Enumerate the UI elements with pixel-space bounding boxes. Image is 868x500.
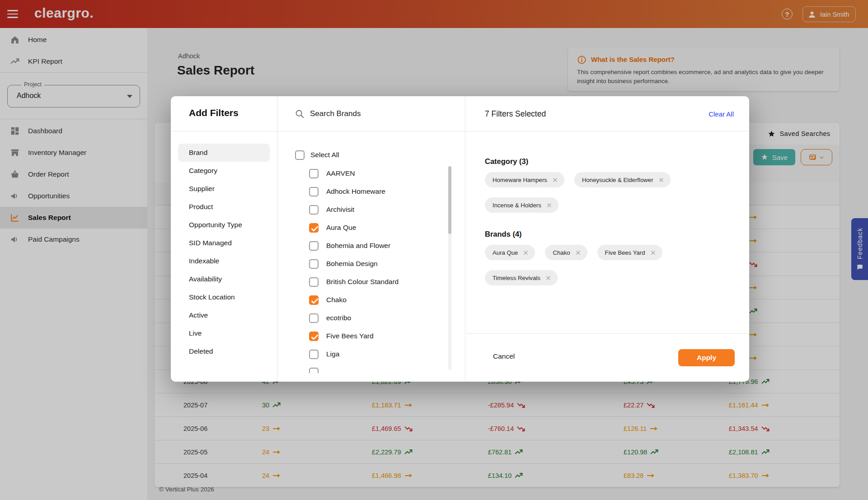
chip-label: Chako <box>553 249 570 256</box>
filter-chip-chako[interactable]: Chako <box>545 245 587 260</box>
filter-type-sid-managed[interactable]: SID Managed <box>178 234 270 252</box>
brand-options-column: Search Brands Select AllAARVENAdhock Hom… <box>278 96 465 382</box>
filter-type-stock-location[interactable]: Stock Location <box>178 288 270 306</box>
chip-label: Honeysuckle & Elderflower <box>582 177 653 183</box>
filter-type-availability[interactable]: Availability <box>178 270 270 288</box>
brand-option-label: AARVEN <box>326 169 355 178</box>
filter-chip-timeless-revivals[interactable]: Timeless Revivals <box>485 270 558 285</box>
search-brands-input[interactable]: Search Brands <box>310 109 361 118</box>
checkbox-unchecked[interactable] <box>295 150 305 160</box>
brand-option-label: Adhock Homeware <box>326 187 385 196</box>
cancel-button[interactable]: Cancel <box>493 352 515 360</box>
add-filters-modal: Add Filters BrandCategorySupplierProduct… <box>171 96 749 382</box>
filter-type-indexable[interactable]: Indexable <box>178 252 270 270</box>
checkbox-unchecked[interactable] <box>309 277 319 287</box>
chip-label: Five Bees Yard <box>605 249 645 256</box>
brand-option-ecotribo[interactable]: ecotribo <box>278 309 465 327</box>
app-root: cleargro. ? Iain Smith HomeKPI Report Pr… <box>0 0 868 500</box>
checkbox-unchecked[interactable] <box>309 241 319 251</box>
brand-option-chako[interactable]: Chako <box>278 291 465 309</box>
selected-group-title: Brands (4) <box>485 230 736 238</box>
scrollbar-thumb[interactable] <box>448 166 451 234</box>
brand-option-bohemia-design[interactable]: Bohemia Design <box>278 255 465 273</box>
checkbox-unchecked[interactable] <box>309 187 319 196</box>
brand-option-label: ecotribo <box>326 314 351 322</box>
filter-chip-aura-que[interactable]: Aura Que <box>485 245 535 260</box>
chip-row: Homeware HampersHoneysuckle & Elderflowe… <box>485 172 736 213</box>
chip-label: Homeware Hampers <box>493 177 547 183</box>
filter-type-active[interactable]: Active <box>178 306 270 324</box>
checkbox-checked[interactable] <box>309 295 319 305</box>
checkbox-unchecked[interactable] <box>309 205 319 215</box>
select-all-label: Select All <box>310 151 339 159</box>
brand-list-scrollbar[interactable] <box>448 166 451 370</box>
modal-title: Add Filters <box>189 107 239 118</box>
close-icon[interactable] <box>546 202 552 208</box>
chip-label: Aura Que <box>493 249 518 256</box>
brand-option-label: Archivisit <box>326 206 354 214</box>
filter-type-brand[interactable]: Brand <box>178 144 270 162</box>
chip-row: Aura QueChakoFive Bees YardTimeless Revi… <box>485 245 736 285</box>
brand-option-british-colour-standard[interactable]: British Colour Standard <box>278 273 465 291</box>
filter-type-product[interactable]: Product <box>178 198 270 216</box>
brand-option[interactable] <box>278 363 465 373</box>
filter-type-category[interactable]: Category <box>178 162 270 180</box>
checkbox-unchecked[interactable] <box>309 313 319 323</box>
brand-option-label: Chako <box>326 296 347 304</box>
filter-chip-five-bees-yard[interactable]: Five Bees Yard <box>597 245 662 260</box>
selected-filters-count: 7 Filters Selected <box>485 109 546 119</box>
brand-option-five-bees-yard[interactable]: Five Bees Yard <box>278 327 465 345</box>
filter-type-supplier[interactable]: Supplier <box>178 180 270 198</box>
filter-type-opportunity-type[interactable]: Opportunity Type <box>178 216 270 234</box>
selected-filters-column: 7 Filters Selected Clear All Category (3… <box>466 96 749 382</box>
select-all-option[interactable]: Select All <box>278 145 465 164</box>
search-icon <box>295 109 305 119</box>
brand-option-aarven[interactable]: AARVEN <box>278 164 465 182</box>
close-icon[interactable] <box>575 250 581 256</box>
brand-option-label: British Colour Standard <box>326 278 399 286</box>
filter-type-live[interactable]: Live <box>178 324 270 342</box>
modal-header-divider <box>171 131 749 131</box>
brand-option-label: Bohemia and Flower <box>326 242 390 250</box>
checkbox-unchecked[interactable] <box>309 169 319 178</box>
brand-option-adhock-homeware[interactable]: Adhock Homeware <box>278 182 465 201</box>
checkbox-checked[interactable] <box>309 223 319 233</box>
chip-label: Timeless Revivals <box>493 275 540 281</box>
checkbox-unchecked[interactable] <box>309 259 319 269</box>
brand-option-label: Aura Que <box>326 224 356 232</box>
filter-types-column: Add Filters BrandCategorySupplierProduct… <box>171 96 277 382</box>
close-icon[interactable] <box>658 177 664 183</box>
brand-option-label: Five Bees Yard <box>326 332 374 340</box>
brand-option-archivisit[interactable]: Archivisit <box>278 201 465 219</box>
close-icon[interactable] <box>545 275 551 281</box>
brand-option-label: Bohemia Design <box>326 260 378 268</box>
close-icon[interactable] <box>552 177 558 183</box>
filter-type-deleted[interactable]: Deleted <box>178 342 270 360</box>
checkbox-unchecked[interactable] <box>309 350 319 359</box>
selected-group-title: Category (3) <box>485 157 736 166</box>
brand-option-label: Liga <box>326 350 339 358</box>
brand-option-aura-que[interactable]: Aura Que <box>278 219 465 237</box>
filter-chip-honeysuckle-elderflower[interactable]: Honeysuckle & Elderflower <box>574 172 671 187</box>
filter-chip-incense-holders[interactable]: Incense & Holders <box>485 197 558 213</box>
apply-button[interactable]: Apply <box>678 349 735 366</box>
clear-all-link[interactable]: Clear All <box>708 110 734 118</box>
brand-option-bohemia-and-flower[interactable]: Bohemia and Flower <box>278 237 465 255</box>
checkbox-checked[interactable] <box>309 332 319 341</box>
close-icon[interactable] <box>523 250 529 256</box>
brand-option-liga[interactable]: Liga <box>278 345 465 363</box>
checkbox-unchecked[interactable] <box>309 368 319 374</box>
modal-footer-divider <box>466 333 749 334</box>
close-icon[interactable] <box>650 250 656 256</box>
filter-chip-homeware-hampers[interactable]: Homeware Hampers <box>485 172 564 187</box>
chip-label: Incense & Holders <box>493 202 541 209</box>
